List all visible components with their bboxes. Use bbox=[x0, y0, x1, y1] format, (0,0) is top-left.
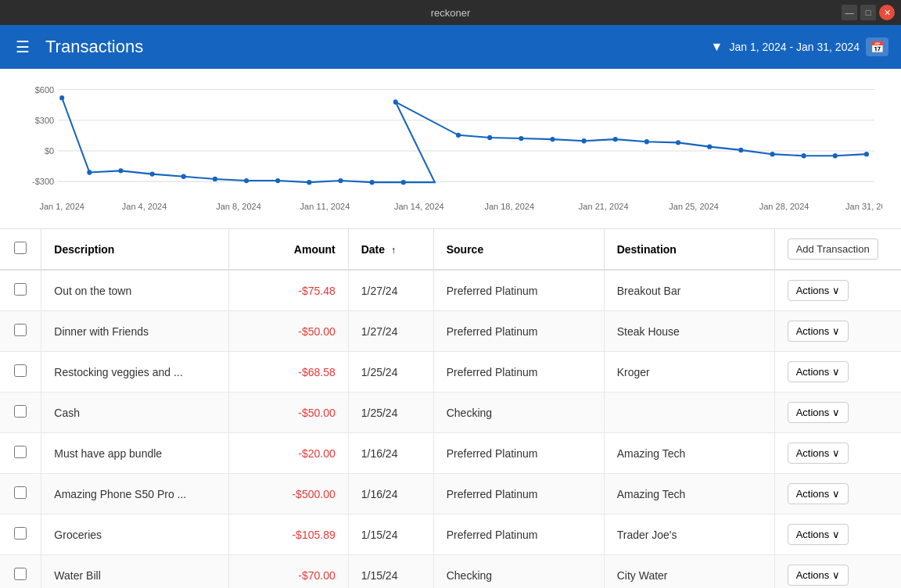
svg-point-18 bbox=[370, 180, 375, 185]
row-checkbox-2[interactable] bbox=[14, 364, 27, 377]
svg-text:$0: $0 bbox=[45, 146, 54, 156]
date-cell: 1/25/24 bbox=[348, 393, 433, 433]
hamburger-icon[interactable]: ☰ bbox=[13, 34, 33, 59]
svg-text:-$300: -$300 bbox=[32, 177, 54, 186]
actions-cell: Actions ∨ bbox=[774, 514, 901, 555]
maximize-button[interactable]: □ bbox=[860, 5, 876, 20]
svg-point-13 bbox=[213, 177, 217, 181]
table-row: Water Bill -$70.00 1/15/24 Checking City… bbox=[0, 555, 901, 589]
destination-cell: Breakout Bar bbox=[604, 270, 774, 311]
date-cell: 1/25/24 bbox=[348, 352, 433, 393]
description-cell: Must have app bundle bbox=[41, 433, 229, 474]
amount-cell: -$50.00 bbox=[229, 393, 349, 433]
source-header: Source bbox=[433, 229, 604, 270]
row-checkbox-7[interactable] bbox=[14, 568, 27, 580]
table-body: Out on the town -$75.48 1/27/24 Preferre… bbox=[0, 270, 901, 588]
table-row: Out on the town -$75.48 1/27/24 Preferre… bbox=[0, 270, 901, 311]
svg-text:Jan 21, 2024: Jan 21, 2024 bbox=[579, 202, 629, 211]
actions-button-6[interactable]: Actions ∨ bbox=[788, 524, 849, 545]
chevron-down-icon: ∨ bbox=[832, 285, 840, 296]
actions-cell: Actions ∨ bbox=[774, 311, 901, 352]
chart-wrapper: $600 $300 $0 -$300 bbox=[19, 81, 882, 222]
svg-point-19 bbox=[401, 180, 406, 185]
add-transaction-button[interactable]: Add Transaction bbox=[788, 238, 878, 260]
select-all-checkbox[interactable] bbox=[14, 242, 27, 254]
row-checkbox-6[interactable] bbox=[14, 527, 27, 540]
filter-icon: ▼ bbox=[711, 40, 723, 54]
description-cell: Groceries bbox=[41, 514, 229, 555]
svg-point-30 bbox=[738, 148, 743, 152]
window-controls: — □ ✕ bbox=[842, 5, 895, 20]
svg-point-10 bbox=[118, 168, 123, 173]
destination-cell: Kroger bbox=[604, 352, 774, 393]
page-title: Transactions bbox=[45, 37, 143, 57]
row-checkbox-cell bbox=[0, 270, 41, 311]
actions-button-5[interactable]: Actions ∨ bbox=[788, 483, 849, 504]
actions-button-4[interactable]: Actions ∨ bbox=[788, 443, 849, 464]
row-checkbox-3[interactable] bbox=[14, 405, 27, 418]
destination-cell: Trader Joe's bbox=[604, 514, 774, 555]
actions-cell: Actions ∨ bbox=[774, 270, 901, 311]
actions-cell: Actions ∨ bbox=[774, 433, 901, 474]
row-checkbox-cell bbox=[0, 555, 41, 589]
svg-point-8 bbox=[59, 95, 64, 100]
actions-button-2[interactable]: Actions ∨ bbox=[788, 361, 849, 382]
actions-cell: Actions ∨ bbox=[774, 474, 901, 514]
svg-point-12 bbox=[181, 174, 186, 179]
description-cell: Water Bill bbox=[41, 555, 229, 589]
row-checkbox-cell bbox=[0, 514, 41, 555]
destination-cell: Amazing Tech bbox=[604, 433, 774, 474]
date-cell: 1/15/24 bbox=[348, 555, 433, 589]
svg-point-34 bbox=[864, 152, 869, 156]
svg-point-14 bbox=[244, 178, 249, 183]
row-checkbox-cell bbox=[0, 311, 41, 352]
svg-point-11 bbox=[150, 171, 155, 176]
row-checkbox-1[interactable] bbox=[14, 324, 27, 336]
table-header: Description Amount Date ↑ Source Destina… bbox=[0, 229, 901, 270]
svg-point-29 bbox=[707, 144, 712, 149]
appbar-right: ▼ Jan 1, 2024 - Jan 31, 2024 📅 bbox=[711, 38, 888, 56]
amount-cell: -$75.48 bbox=[229, 270, 349, 311]
close-button[interactable]: ✕ bbox=[879, 5, 895, 20]
row-checkbox-5[interactable] bbox=[14, 486, 27, 499]
source-cell: Preferred Platinum bbox=[433, 352, 604, 393]
destination-cell: Amazing Tech bbox=[604, 474, 774, 514]
actions-cell: Actions ∨ bbox=[774, 352, 901, 393]
source-cell: Checking bbox=[433, 555, 604, 589]
select-all-header bbox=[0, 229, 41, 270]
actions-button-7[interactable]: Actions ∨ bbox=[788, 565, 849, 586]
table-row: Groceries -$105.89 1/15/24 Preferred Pla… bbox=[0, 514, 901, 555]
chart-container: $600 $300 $0 -$300 bbox=[0, 69, 901, 229]
row-checkbox-cell bbox=[0, 433, 41, 474]
description-cell: Dinner with Friends bbox=[41, 311, 229, 352]
chevron-down-icon: ∨ bbox=[832, 366, 840, 378]
description-cell: Restocking veggies and ... bbox=[41, 352, 229, 393]
svg-point-32 bbox=[802, 153, 806, 158]
source-cell: Preferred Platinum bbox=[433, 270, 604, 311]
actions-button-3[interactable]: Actions ∨ bbox=[788, 402, 849, 423]
svg-point-27 bbox=[644, 139, 649, 144]
row-checkbox-0[interactable] bbox=[14, 283, 27, 296]
svg-text:Jan 14, 2024: Jan 14, 2024 bbox=[394, 202, 444, 211]
amount-cell: -$68.58 bbox=[229, 352, 349, 393]
transactions-table: Description Amount Date ↑ Source Destina… bbox=[0, 229, 901, 588]
date-header[interactable]: Date ↑ bbox=[348, 229, 433, 270]
row-checkbox-cell bbox=[0, 474, 41, 514]
titlebar: reckoner — □ ✕ bbox=[0, 0, 901, 25]
app-title: reckoner bbox=[431, 7, 471, 19]
chevron-down-icon: ∨ bbox=[832, 488, 840, 500]
destination-cell bbox=[604, 393, 774, 433]
destination-cell: City Water bbox=[604, 555, 774, 589]
chevron-down-icon: ∨ bbox=[832, 407, 840, 418]
minimize-button[interactable]: — bbox=[842, 5, 857, 20]
actions-button-1[interactable]: Actions ∨ bbox=[788, 321, 849, 342]
row-checkbox-cell bbox=[0, 352, 41, 393]
description-cell: Cash bbox=[41, 393, 229, 433]
row-checkbox-4[interactable] bbox=[14, 446, 27, 458]
source-cell: Preferred Platinum bbox=[433, 311, 604, 352]
svg-point-16 bbox=[307, 180, 311, 185]
calendar-icon[interactable]: 📅 bbox=[866, 38, 888, 56]
date-filter: ▼ Jan 1, 2024 - Jan 31, 2024 📅 bbox=[711, 38, 888, 56]
actions-button-0[interactable]: Actions ∨ bbox=[788, 280, 849, 301]
chevron-down-icon: ∨ bbox=[832, 447, 840, 459]
